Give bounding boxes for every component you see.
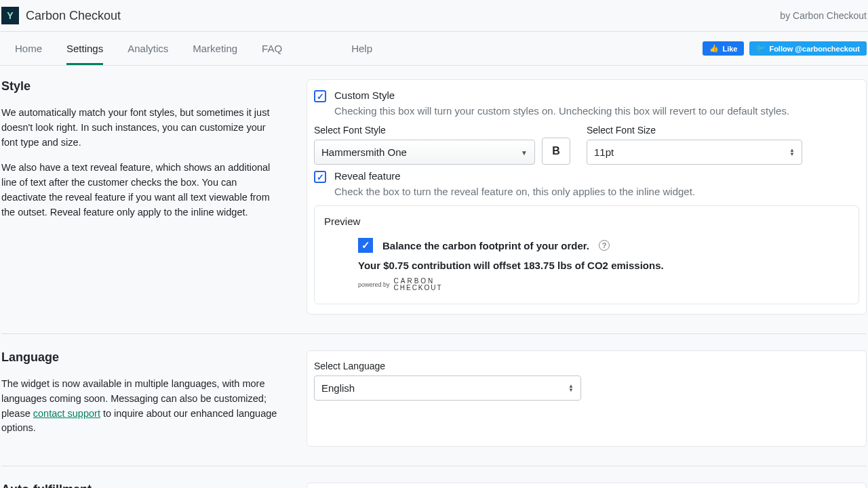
carbon-checkout-logo: CARBON CHECKOUT — [394, 278, 443, 291]
preview-card: Preview ✓ Balance the carbon footprint o… — [314, 205, 859, 304]
section-style: Style We automatically match your font s… — [1, 79, 867, 334]
section-auto-fulfillment: Auto-fulfillment ✓ Automatically "fulfil… — [1, 483, 867, 488]
tab-faq[interactable]: FAQ — [262, 32, 282, 65]
tab-marketing[interactable]: Marketing — [193, 32, 237, 65]
powered-by-label: powered by — [358, 281, 390, 288]
app-icon: Y — [1, 7, 19, 24]
tab-home[interactable]: Home — [15, 32, 42, 65]
size-value: 11pt — [594, 146, 614, 158]
help-icon[interactable]: ? — [599, 240, 610, 251]
style-right: ✓ Custom Style Checking this box will tu… — [307, 79, 867, 314]
language-select-label: Select Language — [314, 361, 859, 371]
reveal-label: Reveal feature — [334, 170, 401, 182]
style-title: Style — [1, 79, 279, 94]
nav-social: 👍 Like 🐦 Follow @carboncheckout — [703, 41, 867, 56]
font-label: Select Font Style — [314, 125, 535, 136]
powered-by: powered by CARBON CHECKOUT — [358, 278, 849, 291]
preview-label: Preview — [324, 216, 849, 227]
twitter-follow-button[interactable]: 🐦 Follow @carboncheckout — [749, 41, 867, 56]
preview-checkbox[interactable]: ✓ — [358, 238, 373, 253]
byline: by Carbon Checkout — [780, 10, 867, 21]
auto-right: ✓ Automatically "fulfill" the carbon off… — [307, 483, 867, 488]
custom-style-row: ✓ Custom Style — [314, 89, 859, 102]
cc-logo-line2: CHECKOUT — [394, 285, 443, 291]
stepper-icon: ▲▼ — [568, 384, 574, 392]
preview-inner: ✓ Balance the carbon footprint of your o… — [324, 238, 849, 291]
tab-help[interactable]: Help — [351, 32, 372, 65]
reveal-checkbox[interactable]: ✓ — [314, 171, 326, 183]
reveal-row: ✓ Reveal feature — [314, 170, 859, 183]
custom-style-desc: Checking this box will turn your custom … — [334, 105, 859, 117]
size-select[interactable]: 11pt ▲▼ — [587, 140, 802, 165]
app-title: Carbon Checkout — [26, 9, 121, 23]
preview-line1-row: ✓ Balance the carbon footprint of your o… — [358, 238, 849, 253]
language-right: Select Language English ▲▼ — [307, 350, 867, 447]
stepper-icon: ▲▼ — [789, 148, 795, 157]
app-header: Y Carbon Checkout by Carbon Checkout — [0, 0, 868, 32]
font-row: Select Font Style Hammersmith One ▼ B Se… — [314, 125, 859, 165]
language-title: Language — [1, 350, 279, 365]
section-language: Language The widget is now available in … — [1, 350, 867, 466]
font-select[interactable]: Hammersmith One ▼ — [314, 140, 535, 165]
size-label: Select Font Size — [587, 125, 802, 136]
tab-settings[interactable]: Settings — [66, 32, 103, 65]
chevron-down-icon: ▼ — [521, 148, 528, 156]
contact-support-link[interactable]: contact support — [33, 408, 100, 419]
font-group: Select Font Style Hammersmith One ▼ — [314, 125, 535, 165]
size-group: Select Font Size 11pt ▲▼ — [587, 125, 802, 165]
reveal-desc: Check the box to turn the reveal feature… — [334, 186, 859, 197]
font-value: Hammersmith One — [321, 146, 407, 158]
twitter-icon: 🐦 — [756, 44, 766, 53]
style-left: Style We automatically match your font s… — [1, 79, 279, 314]
fb-like-button[interactable]: 👍 Like — [703, 41, 744, 56]
preview-line1: Balance the carbon footprint of your ord… — [382, 240, 589, 251]
custom-style-label: Custom Style — [334, 89, 395, 101]
auto-title: Auto-fulfillment — [1, 483, 279, 488]
auto-left: Auto-fulfillment — [1, 483, 279, 488]
nav-tabs: Home Settings Analytics Marketing FAQ He… — [15, 32, 372, 65]
language-group: Select Language English ▲▼ — [314, 361, 859, 401]
twitter-label: Follow @carboncheckout — [769, 45, 860, 53]
thumb-up-icon: 👍 — [709, 44, 719, 53]
nav-bar: Home Settings Analytics Marketing FAQ He… — [0, 32, 868, 66]
preview-line2: Your $0.75 contribution will offset 183.… — [358, 260, 849, 271]
custom-style-checkbox[interactable]: ✓ — [314, 90, 326, 102]
fb-like-label: Like — [722, 45, 737, 53]
content: Style We automatically match your font s… — [0, 66, 868, 488]
language-select[interactable]: English ▲▼ — [314, 375, 581, 401]
language-left: Language The widget is now available in … — [1, 350, 279, 447]
tab-analytics[interactable]: Analytics — [127, 32, 168, 65]
style-desc2: We also have a text reveal feature, whic… — [1, 161, 279, 220]
bold-button[interactable]: B — [542, 138, 570, 165]
language-value: English — [321, 382, 355, 394]
style-desc1: We automatically match your font styles,… — [1, 106, 279, 150]
language-desc: The widget is now available in multiple … — [1, 377, 279, 436]
header-left: Y Carbon Checkout — [1, 7, 121, 24]
